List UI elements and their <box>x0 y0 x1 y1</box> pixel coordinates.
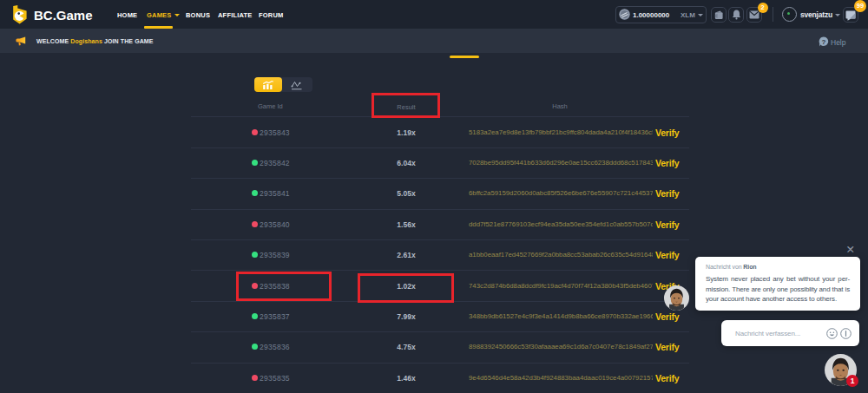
svg-text:?: ? <box>822 38 826 46</box>
